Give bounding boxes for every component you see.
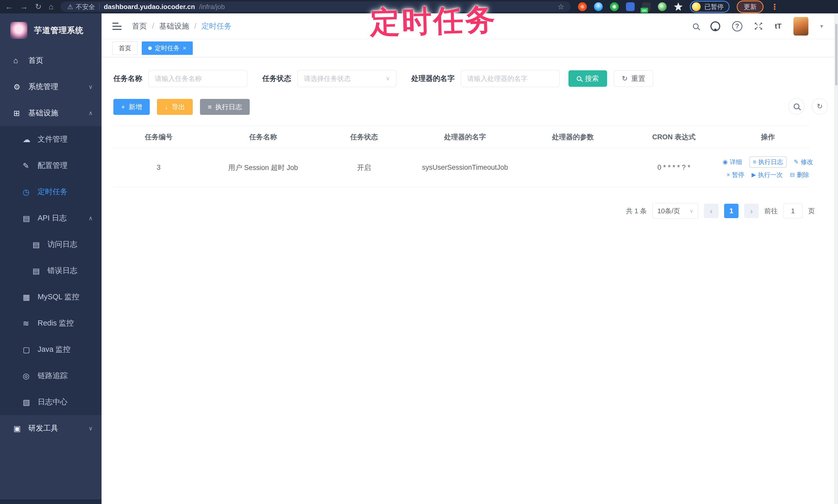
sidebar-item-redis-monitor[interactable]: ≋ Redis 监控 xyxy=(0,310,102,336)
font-size-icon[interactable]: tT xyxy=(775,22,782,30)
extension-green-icon[interactable] xyxy=(610,2,619,11)
cell-cron: 0 * * * * ? * xyxy=(622,148,726,187)
prev-page-button[interactable]: ‹ xyxy=(704,204,718,218)
goto-page-input[interactable] xyxy=(783,203,802,218)
cell-job-name: 用户 Session 超时 Job xyxy=(204,148,322,187)
github-icon[interactable] xyxy=(711,21,720,31)
fullscreen-icon[interactable]: ↖↗↙↘ xyxy=(754,22,763,30)
run-once-link[interactable]: ▶ 执行一次 xyxy=(752,171,783,179)
col-actions: 操作 xyxy=(726,126,810,148)
infrastructure-icon: ⊞ xyxy=(13,109,28,118)
scrollbar-thumb[interactable] xyxy=(835,24,837,86)
sidebar-item-file-management[interactable]: ☁ 文件管理 xyxy=(0,126,102,152)
sidebar-item-java-monitor[interactable]: ▢ Java 监控 xyxy=(0,336,102,363)
sidebar-item-infrastructure[interactable]: ⊞ 基础设施 ∧ xyxy=(0,100,102,126)
extension-grid-icon[interactable] xyxy=(626,2,635,11)
browser-scrollbar[interactable] xyxy=(834,13,838,504)
extension-drop-icon[interactable] xyxy=(594,2,603,11)
chrome-update-button[interactable]: 更新 xyxy=(737,1,764,13)
list-icon: ≡ xyxy=(208,103,212,111)
page-size-select[interactable]: 10条/页 ∨ xyxy=(652,203,698,219)
sidebar-item-dev-tools[interactable]: ▣ 研发工具 ∨ xyxy=(0,415,102,442)
user-avatar[interactable] xyxy=(793,17,808,36)
eye-icon: ◎ xyxy=(23,371,38,380)
browser-toolbar: ← → ↻ ⌂ ⚠ 不安全 dashboard.yudao.iocoder.cn… xyxy=(0,0,838,13)
reload-icon[interactable]: ↻ xyxy=(35,3,41,11)
edit-link[interactable]: ✎ 修改 xyxy=(794,158,813,166)
tag-label: 首页 xyxy=(119,44,131,52)
tag-label: 定时任务 xyxy=(155,44,180,52)
pause-link[interactable]: × 暂停 xyxy=(727,171,745,179)
extension-star-icon[interactable] xyxy=(674,2,683,11)
monitor-icon: ▢ xyxy=(23,345,38,354)
search-button[interactable]: 搜索 xyxy=(569,70,607,87)
back-icon[interactable]: ← xyxy=(5,3,13,11)
breadcrumb-home[interactable]: 首页 xyxy=(132,21,147,32)
tag-home[interactable]: 首页 xyxy=(112,41,138,55)
next-page-button[interactable]: › xyxy=(744,204,758,218)
profile-sync-paused-pill[interactable]: 已暂停 xyxy=(690,1,730,13)
chevron-down-icon: ∨ xyxy=(386,75,390,82)
add-button[interactable]: + 新增 xyxy=(114,99,150,115)
cell-actions: ◉ 详细 ≡ 执行日志 ✎ 修改 xyxy=(726,148,810,187)
browser-menu-icon[interactable]: ⋮ xyxy=(771,2,779,11)
row-execution-log-link[interactable]: ≡ 执行日志 xyxy=(749,156,787,168)
sidebar-item-error-log[interactable]: ▤ 错误日志 xyxy=(0,257,102,284)
sidebar-item-system-management[interactable]: ⚙ 系统管理 ∨ xyxy=(0,74,102,100)
cell-handler-param xyxy=(524,148,622,187)
col-job-status: 任务状态 xyxy=(322,126,406,148)
not-secure-warning[interactable]: ⚠ 不安全 xyxy=(67,3,95,11)
handler-name-label: 处理器的名字 xyxy=(411,74,455,84)
collapse-sidebar-icon[interactable] xyxy=(112,23,122,30)
cell-job-status: 开启 xyxy=(322,148,406,187)
sidebar-item-home[interactable]: ⌂ 首页 xyxy=(0,48,102,74)
sidebar-item-label: 系统管理 xyxy=(28,82,58,92)
sidebar-item-label: 日志中心 xyxy=(38,397,68,407)
breadcrumb-infrastructure[interactable]: 基础设施 xyxy=(159,21,189,32)
execution-log-button[interactable]: ≡ 执行日志 xyxy=(200,99,250,115)
home-icon[interactable]: ⌂ xyxy=(49,3,53,11)
sidebar-item-log-center[interactable]: ▧ 日志中心 xyxy=(0,389,102,415)
breadcrumb-current: 定时任务 xyxy=(202,21,231,32)
tag-scheduled-tasks[interactable]: 定时任务 × xyxy=(142,41,193,55)
search-icon[interactable] xyxy=(693,23,699,29)
sidebar-item-access-log[interactable]: ▤ 访问日志 xyxy=(0,231,102,257)
refresh-button[interactable]: ↻ xyxy=(812,98,828,114)
user-menu-caret-icon[interactable]: ▾ xyxy=(820,23,823,30)
search-button-label: 搜索 xyxy=(585,74,599,83)
trash-icon: ⊟ xyxy=(790,172,795,178)
active-tag-dot xyxy=(148,46,152,50)
detail-link[interactable]: ◉ 详细 xyxy=(723,158,742,166)
extension-switch-icon[interactable]: on xyxy=(642,2,651,11)
select-placeholder: 请选择任务状态 xyxy=(304,74,351,83)
help-icon[interactable]: ? xyxy=(732,21,743,32)
export-button[interactable]: ↓ 导出 xyxy=(157,99,193,115)
extension-orange-icon[interactable] xyxy=(578,2,587,11)
delete-link[interactable]: ⊟ 删除 xyxy=(790,171,809,179)
sidebar-item-config-management[interactable]: ✎ 配置管理 xyxy=(0,152,102,179)
job-status-label: 任务状态 xyxy=(262,74,291,84)
table-toolbar: + 新增 ↓ 导出 ≡ 执行日志 ↻ xyxy=(114,99,832,115)
extension-leaf-icon[interactable] xyxy=(658,2,667,11)
handler-name-input[interactable] xyxy=(461,70,560,87)
current-page-button[interactable]: 1 xyxy=(724,204,738,218)
document-icon: ▤ xyxy=(33,240,48,249)
logo-row[interactable]: 芋道管理系统 xyxy=(0,13,102,48)
url-divider xyxy=(99,3,100,10)
job-name-input[interactable] xyxy=(149,70,247,87)
sidebar-item-trace[interactable]: ◎ 链路追踪 xyxy=(0,363,102,389)
forward-icon[interactable]: → xyxy=(20,3,28,11)
address-bar[interactable]: ⚠ 不安全 dashboard.yudao.iocoder.cn /infra/… xyxy=(60,2,571,12)
job-status-select[interactable]: 请选择任务状态 ∨ xyxy=(297,70,396,87)
close-icon[interactable]: × xyxy=(183,44,186,52)
toggle-search-button[interactable] xyxy=(788,98,804,114)
sidebar-item-mysql-monitor[interactable]: ▦ MySQL 监控 xyxy=(0,284,102,310)
bookmark-star-icon[interactable]: ☆ xyxy=(558,3,564,11)
close-icon: × xyxy=(727,172,730,178)
chevron-down-icon: ∨ xyxy=(88,84,93,90)
reset-button[interactable]: ↻ 重置 xyxy=(614,70,653,87)
search-filter-form: 任务名称 任务状态 请选择任务状态 ∨ 处理器的名字 搜索 xyxy=(114,70,832,87)
sidebar-item-api-log[interactable]: ▤ API 日志 ∧ xyxy=(0,205,102,231)
sidebar-item-scheduled-tasks[interactable]: ◷ 定时任务 xyxy=(0,179,102,205)
navbar-actions: ? ↖↗↙↘ tT ▾ xyxy=(693,17,823,36)
